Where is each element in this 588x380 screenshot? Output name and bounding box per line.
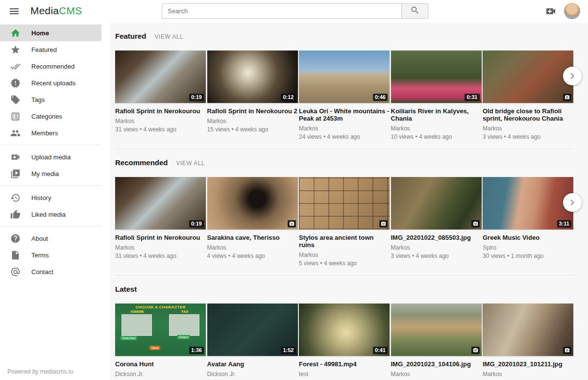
media-title[interactable]: Rafioli Sprint in Nerokourou 2 [207,107,298,115]
sidebar-item-members[interactable]: Members [0,125,101,141]
media-thumbnail[interactable] [483,51,573,103]
next-slide-button[interactable] [563,193,582,212]
media-card[interactable]: IMG_20201023_101211.jpgMarkos4 views • 4… [483,304,573,380]
media-author[interactable]: Markos [207,118,298,125]
media-thumbnail[interactable]: 0:41 [299,304,390,356]
view-all-link[interactable]: VIEW ALL [154,33,183,40]
camera-icon [473,348,478,353]
document-icon [10,250,21,260]
media-card[interactable]: 0:19Rafioli Sprint in NerokourouMarkos31… [115,51,206,140]
home-icon [10,28,21,38]
media-meta: 15 views • 4 weeks ago [207,126,298,133]
media-card[interactable]: 0:31Koiliaris River in Kalyves, ChaniaMa… [391,51,482,140]
duration-badge: 0:12 [281,94,295,101]
media-author[interactable]: Spiro [483,244,573,251]
media-author[interactable]: test [299,371,390,378]
media-title[interactable]: Rafioli Sprint in Nerokourou [115,234,206,241]
sidebar-item-recent-uploads[interactable]: Recent uploads [0,75,101,91]
media-thumbnail[interactable] [299,177,390,229]
media-thumbnail[interactable]: CHOOSE A CHARACTERKWAMEYAASelectedNextSe… [115,304,206,356]
media-title[interactable]: Stylos area ancient town ruins [299,234,390,249]
duration-badge: 0:19 [189,220,204,228]
media-thumbnail[interactable]: 0:12 [207,51,298,103]
media-author[interactable]: Markos [483,125,573,132]
media-title[interactable]: Rafioli Sprint in Nerokourou [115,107,206,115]
media-author[interactable]: Dickson Jr. [115,371,206,378]
media-title[interactable]: Sarakina cave, Therisso [207,234,298,241]
media-title[interactable]: Forest - 49981.mp4 [299,360,390,368]
photo-badge [563,94,571,101]
media-title[interactable]: Avatar Aang [207,360,298,368]
sidebar-item-contact[interactable]: Contact [0,263,101,280]
media-author[interactable]: Markos [299,252,390,258]
sidebar-item-tags[interactable]: Tags [0,91,101,108]
media-card[interactable]: Old bridge close to Rafioli sprint, Nero… [483,51,573,140]
media-thumbnail[interactable] [391,177,482,229]
media-card[interactable]: 0:12Rafioli Sprint in Nerokourou 2Markos… [207,51,298,140]
media-meta: 3 views • 4 weeks ago [483,133,573,140]
media-author[interactable]: Markos [115,244,206,251]
media-title[interactable]: Old bridge close to Rafioli sprint, Nero… [483,107,573,122]
sidebar-item-label: My media [31,170,59,177]
sidebar-item-categories[interactable]: Categories [0,108,101,125]
menu-icon[interactable] [8,5,20,17]
media-title[interactable]: Leuka Ori - White mountains - Peak at 24… [299,107,390,122]
view-all-link[interactable]: VIEW ALL [176,160,205,167]
media-author[interactable]: Markos [115,118,206,125]
duration-badge: 3:11 [557,220,571,228]
sidebar-item-terms[interactable]: Terms [0,247,101,263]
media-title[interactable]: IMG_20201023_101211.jpg [483,360,573,368]
app-logo[interactable]: MediaCMS [30,5,82,17]
search-button[interactable] [401,3,428,19]
sidebar-item-upload-media[interactable]: Upload media [0,149,101,165]
sidebar-item-liked-media[interactable]: Liked media [0,206,101,223]
new-releases-icon [10,78,21,88]
media-thumbnail[interactable]: 0:31 [391,51,482,103]
section-title: Recommended [115,158,168,167]
camera-icon [473,221,478,227]
media-title[interactable]: Greek Music Video [483,234,573,241]
media-thumbnail[interactable] [391,304,482,356]
media-card[interactable]: IMG_20201022_085503.jpgMarkos3 views • 4… [391,177,482,267]
media-card[interactable]: 3:11Greek Music VideoSpiro30 views • 1 m… [483,177,573,267]
media-author[interactable]: Markos [299,125,390,132]
media-thumbnail[interactable]: 0:19 [115,51,206,103]
sidebar-item-home[interactable]: Home [0,25,101,41]
media-author[interactable]: Dickson Jr. [207,371,298,378]
media-thumbnail[interactable] [207,177,298,229]
media-card[interactable]: IMG_20201023_104106.jpgMarkos4 views • 4… [391,304,482,380]
sidebar-item-about[interactable]: About [0,230,101,247]
media-card[interactable]: 1:52Avatar AangDickson Jr.12 views • 1 w… [207,304,298,380]
media-thumbnail[interactable]: 0:46 [299,51,390,103]
media-author[interactable]: Markos [483,371,573,378]
media-thumbnail[interactable]: 1:52 [207,304,298,356]
search-input[interactable] [162,3,402,19]
media-thumbnail[interactable]: 3:11 [483,177,573,229]
media-author[interactable]: Markos [207,244,298,251]
media-card[interactable]: 0:46Leuka Ori - White mountains - Peak a… [299,51,390,140]
sidebar-item-featured[interactable]: Featured [0,41,101,58]
media-title[interactable]: Corona Hunt [115,360,206,368]
media-card[interactable]: Sarakina cave, TherissoMarkos4 views • 4… [207,177,298,267]
media-author[interactable]: Markos [391,371,482,378]
media-card[interactable]: 0:19Rafioli Sprint in NerokourouMarkos31… [115,177,206,267]
powered-by-text[interactable]: Powered by mediacms.io [7,368,73,375]
upload-media-icon[interactable] [545,5,557,17]
media-card[interactable]: 0:41Forest - 49981.mp4test17 views • 3 w… [299,304,390,380]
media-title[interactable]: IMG_20201022_085503.jpg [391,234,482,241]
media-title[interactable]: Koiliaris River in Kalyves, Chania [391,107,482,122]
sidebar-item-recommended[interactable]: Recommended [0,58,101,75]
media-author[interactable]: Markos [391,244,482,251]
media-title[interactable]: IMG_20201023_104106.jpg [391,360,482,368]
sidebar-item-my-media[interactable]: My media [0,165,101,182]
media-thumbnail[interactable] [483,304,573,356]
media-card[interactable]: CHOOSE A CHARACTERKWAMEYAASelectedNextSe… [115,304,206,380]
media-card[interactable]: Stylos area ancient town ruinsMarkos5 vi… [299,177,390,267]
media-thumbnail[interactable]: 0:19 [115,177,206,229]
section-latest: LatestCHOOSE A CHARACTERKWAMEYAASelected… [115,276,573,380]
user-avatar[interactable] [564,3,580,19]
media-author[interactable]: Markos [391,125,482,132]
camera-icon [289,221,294,227]
sidebar-item-history[interactable]: History [0,189,101,206]
next-slide-button[interactable] [563,67,582,85]
